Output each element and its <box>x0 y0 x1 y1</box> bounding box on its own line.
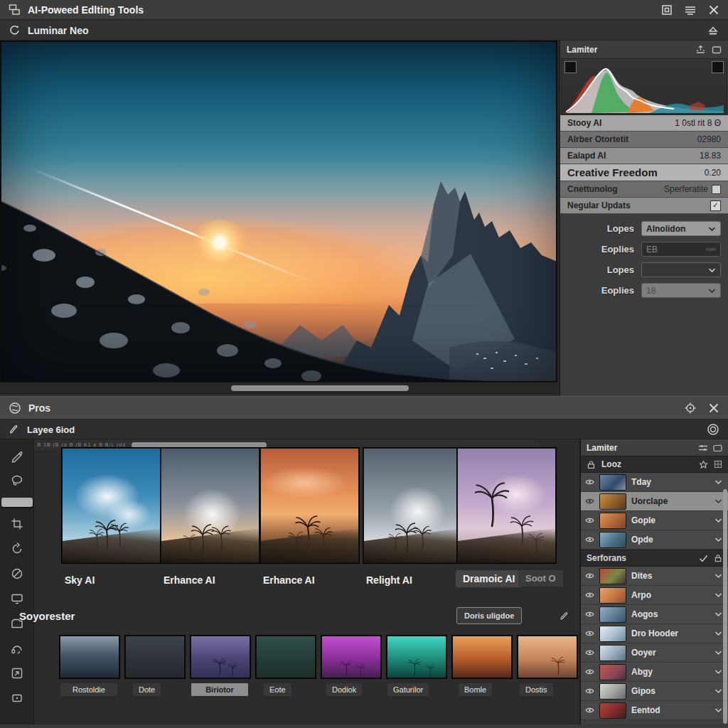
visibility-icon[interactable] <box>585 630 594 637</box>
preset-thumb-2[interactable] <box>125 636 185 678</box>
layer-row[interactable]: Dro Hooder <box>581 624 728 643</box>
gallery-label-enhance-ai-2[interactable]: Erhance AI <box>263 574 315 586</box>
preset-thumb-4[interactable] <box>256 636 316 678</box>
chevron-down-icon[interactable] <box>714 688 722 694</box>
chevron-down-icon[interactable] <box>714 592 722 598</box>
chevron-down-icon[interactable] <box>714 573 722 579</box>
slider-row-story-ai[interactable]: Stooy AI 1 0stl rit 8 Θ <box>560 115 728 132</box>
visibility-icon[interactable] <box>585 572 594 579</box>
slider-row-creative-freedom[interactable]: Creative Freedom 0.20 <box>560 164 728 181</box>
layer-row[interactable]: Tday <box>581 473 728 492</box>
visibility-icon[interactable] <box>585 592 594 599</box>
layer-row[interactable]: Arpo <box>581 586 728 605</box>
eject-icon[interactable] <box>707 25 719 36</box>
star-icon[interactable] <box>699 460 708 469</box>
visibility-icon[interactable] <box>585 687 594 695</box>
chevron-down-icon[interactable] <box>714 611 722 617</box>
copies-input[interactable]: EB rom <box>641 242 721 257</box>
frame-tool-icon[interactable] <box>8 689 26 707</box>
preset-label-5[interactable]: Dodiok <box>326 682 363 697</box>
gallery-thumb-dramatic-ai[interactable] <box>457 448 556 563</box>
preset-label-4[interactable]: Eote <box>263 682 292 697</box>
preset-thumb-7[interactable] <box>452 636 512 678</box>
canvas-hscroll-thumb[interactable] <box>231 385 409 391</box>
layer-row-selected[interactable]: Uorclape <box>581 492 728 511</box>
crop-tool-icon[interactable] <box>8 515 26 533</box>
slider-row-technology[interactable]: Cnettunolog Sperferatite <box>560 181 728 198</box>
layer-row[interactable]: Aogos <box>581 605 728 624</box>
record-icon[interactable] <box>707 423 719 436</box>
chevron-down-icon[interactable] <box>714 669 722 675</box>
chevron-down-icon[interactable] <box>714 479 722 485</box>
gallery-thumb-enhance-ai-2[interactable] <box>260 448 359 563</box>
image-canvas[interactable] <box>0 41 557 382</box>
bottom-hscroll-thumb[interactable] <box>132 442 267 448</box>
chevron-down-icon[interactable] <box>714 537 722 542</box>
export-tool-icon[interactable] <box>8 664 26 682</box>
row-regular-updates[interactable]: Negular Updats ✓ <box>560 198 728 214</box>
slider-row-enlarge[interactable]: Ealapd AI 18.83 <box>560 148 728 164</box>
preset-label-7[interactable]: Bomle <box>458 682 493 697</box>
lock-icon[interactable] <box>714 554 722 562</box>
layer-row[interactable]: Eentod <box>581 701 728 720</box>
grid-icon[interactable] <box>714 460 722 469</box>
active-tool-indicator[interactable] <box>1 498 33 507</box>
format-select[interactable] <box>641 262 721 277</box>
close-icon[interactable] <box>708 4 719 16</box>
visibility-icon[interactable] <box>585 536 594 543</box>
folder-icon[interactable] <box>713 444 722 452</box>
restore-window-icon[interactable] <box>661 4 673 16</box>
chevron-down-icon[interactable] <box>714 518 722 523</box>
layer-row[interactable]: Abgy <box>581 663 728 682</box>
visibility-icon[interactable] <box>585 707 594 714</box>
lasso-tool-icon[interactable] <box>8 471 26 490</box>
canvas-hscrollbar[interactable] <box>0 383 557 394</box>
visibility-icon[interactable] <box>585 498 594 505</box>
quality-select[interactable]: 18 <box>641 283 721 298</box>
check-icon[interactable] <box>699 555 708 562</box>
sort-control[interactable]: Soot O <box>518 570 563 587</box>
visibility-icon[interactable] <box>585 611 594 618</box>
edit-icon[interactable] <box>559 610 570 621</box>
layer-row[interactable]: Gople <box>581 511 728 530</box>
rotate-tool-icon[interactable] <box>8 540 26 558</box>
layer-row[interactable]: Gipos <box>581 682 728 701</box>
gallery-thumb-sky-ai[interactable] <box>62 448 161 563</box>
chevron-down-icon[interactable] <box>714 631 722 636</box>
preset-label-1[interactable]: Rostoldie <box>60 682 118 697</box>
brush-tool-icon[interactable] <box>8 446 26 465</box>
gallery-label-dramatic-ai[interactable]: Dramoic AI <box>456 570 522 587</box>
menu-icon[interactable] <box>684 4 697 16</box>
preset-label-6[interactable]: Gaturilor <box>387 682 429 697</box>
visibility-icon[interactable] <box>585 517 594 524</box>
gallery-label-relight-ai[interactable]: Relight AI <box>366 574 412 586</box>
slider-row-amber[interactable]: Alrber Otortetit 02980 <box>560 132 728 148</box>
preset-thumb-3[interactable] <box>191 636 250 678</box>
target-icon[interactable] <box>684 402 697 414</box>
visibility-icon[interactable] <box>585 668 594 675</box>
gallery-thumb-enhance-ai-1[interactable] <box>161 448 259 563</box>
presets-action-button[interactable]: Doris uligdoe <box>456 607 522 624</box>
chevron-down-icon[interactable] <box>714 650 722 655</box>
updates-checkbox[interactable]: ✓ <box>710 200 721 211</box>
gallery-label-sky-ai[interactable]: Sky AI <box>65 574 95 586</box>
layer-row[interactable]: Ooyer <box>581 643 728 663</box>
chevron-down-icon[interactable] <box>714 707 722 713</box>
visibility-icon[interactable] <box>585 478 594 486</box>
layer-row[interactable]: Dites <box>581 567 728 586</box>
display-tool-icon[interactable] <box>8 589 26 608</box>
preset-thumb-8[interactable] <box>518 636 577 678</box>
layers-vscroll-thumb[interactable] <box>723 489 727 724</box>
visibility-icon[interactable] <box>585 649 594 656</box>
clone-tool-icon[interactable] <box>8 564 26 583</box>
resolution-select[interactable]: Alnolidon <box>641 221 721 236</box>
mask-tool-icon[interactable] <box>8 639 26 658</box>
close-icon[interactable] <box>708 402 719 414</box>
preset-label-8[interactable]: Dostis <box>519 682 554 697</box>
preset-label-2[interactable]: Dote <box>132 682 161 697</box>
sliders-icon[interactable] <box>698 444 708 452</box>
layer-row[interactable]: Opde <box>581 530 728 550</box>
gallery-thumb-relight-ai[interactable] <box>363 448 462 563</box>
folder-icon[interactable] <box>712 45 722 54</box>
preset-thumb-6[interactable] <box>387 636 446 678</box>
